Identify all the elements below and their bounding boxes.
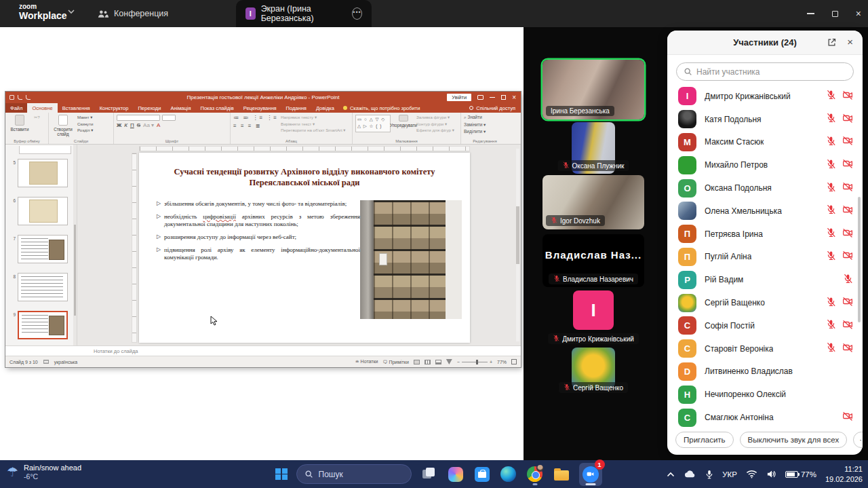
shapes-gallery[interactable]: ▭ ○ △ ▽ ◇△ ▷ ☆ ( ) — [355, 115, 391, 132]
participant-row[interactable]: OОксана Подольня — [667, 176, 863, 200]
ppt-tab-5[interactable]: Переходи — [133, 103, 165, 113]
participant-row[interactable]: Олена Хмельницька — [667, 200, 863, 223]
ppt-tab-8[interactable]: Рецензування — [239, 103, 281, 113]
bold-button[interactable]: Ж — [117, 122, 121, 128]
language-label[interactable]: українська — [54, 360, 77, 364]
participant-row[interactable]: CСтаровіт Вероніка — [667, 337, 863, 360]
mute-all-button[interactable]: Выключить звук для всех — [740, 432, 848, 448]
participant-row[interactable]: Катя Подольня — [667, 108, 863, 131]
participant-row[interactable]: ППуглій Аліна — [667, 246, 863, 269]
layout-button[interactable]: Макет ▾ — [77, 115, 93, 119]
more-options-button[interactable]: ··· — [853, 432, 863, 448]
participant-search-input[interactable] — [696, 67, 846, 77]
reading-view-icon[interactable] — [435, 360, 441, 364]
participants-scrollbar[interactable] — [858, 197, 861, 322]
tab-screen-share[interactable]: I Экран (Ірина Березанська) ••• — [236, 0, 372, 27]
tab-more-icon[interactable]: ••• — [352, 7, 362, 20]
underline-button[interactable]: П — [130, 122, 134, 128]
ppt-tab-6[interactable]: Анімація — [165, 103, 195, 113]
edge-icon[interactable] — [500, 466, 517, 483]
shape-effects-button[interactable]: Ефекти для фігур ▾ — [416, 128, 454, 132]
chrome-icon[interactable] — [526, 466, 544, 483]
ppt-tab-9[interactable]: Подання — [281, 103, 311, 113]
wifi-icon[interactable] — [746, 470, 757, 478]
participant-row[interactable]: IДмитро Крижанівський — [667, 85, 863, 108]
participant-row[interactable]: CСмаглюк Антоніна — [667, 406, 863, 429]
participant-search[interactable] — [676, 62, 854, 81]
zoom-app-icon[interactable]: 1 — [579, 463, 602, 486]
ppt-share-button[interactable]: Спільний доступ — [469, 103, 521, 113]
new-slide-button[interactable]: Створити слайд — [52, 115, 75, 137]
taskbar-search[interactable]: Пошук — [296, 464, 412, 484]
participant-row[interactable]: DЛитвиненко Владислав — [667, 360, 863, 383]
font-size-box[interactable] — [162, 115, 176, 121]
italic-button[interactable]: К — [124, 122, 127, 128]
normal-view-icon[interactable] — [414, 360, 420, 364]
slide-sorter-view-icon[interactable] — [425, 360, 431, 364]
align-buttons[interactable]: ≡ ≡ ≡ ≣ — [233, 123, 278, 129]
zoom-level[interactable]: 77% — [497, 360, 507, 364]
text-direction-button[interactable]: Напрямок тексту ▾ — [281, 115, 345, 119]
tell-me-box[interactable]: Скажіть, що потрібно зробити — [343, 103, 420, 113]
slide-thumbnail-partial[interactable] — [19, 146, 71, 154]
copilot-icon[interactable] — [447, 466, 465, 483]
fit-to-window-icon[interactable] — [511, 359, 517, 364]
ppt-tab-4[interactable]: Конструктор — [95, 103, 134, 113]
slide-scrollbar[interactable] — [516, 149, 519, 341]
slide-canvas[interactable]: Сучасні тенденції розвитку Архівного від… — [139, 153, 470, 343]
select-button[interactable]: Виділити ▾ — [464, 129, 486, 134]
participant-row[interactable]: Михайло Петров — [667, 153, 863, 176]
weather-widget[interactable]: ☂ Rain/snow ahead -6°C — [7, 464, 81, 481]
section-button[interactable]: Розділ ▾ — [77, 128, 93, 132]
font-color-button[interactable]: А — [157, 122, 160, 128]
close-panel-icon[interactable]: × — [847, 36, 853, 48]
popout-icon[interactable] — [827, 37, 837, 48]
notes-toggle[interactable]: ≐ Нотатки — [355, 359, 378, 364]
notes-area[interactable]: Нотатки до слайда — [5, 345, 521, 356]
video-tile-v4[interactable]: Владислав Наз...Владислав Назаревич — [542, 234, 644, 287]
language-indicator[interactable]: УКР — [722, 470, 737, 478]
shape-outline-button[interactable]: Контур фігури ▾ — [416, 121, 454, 126]
participant-row[interactable]: ППетряєва Ірина — [667, 223, 863, 246]
volume-icon[interactable] — [766, 470, 776, 478]
participant-row[interactable]: PРій Вадим — [667, 268, 863, 291]
tray-chevron-icon[interactable] — [667, 472, 675, 477]
battery-indicator[interactable]: 77% — [785, 470, 816, 478]
slide-thumbnail-9[interactable] — [18, 311, 68, 339]
font-name-box[interactable] — [117, 115, 160, 121]
ppt-tab-3[interactable]: Вставлення — [58, 103, 95, 113]
video-tile-v6[interactable]: Сергій Ващенко — [572, 348, 615, 388]
microphone-icon[interactable] — [705, 469, 713, 480]
video-tile-v5[interactable]: IДмитро Крижанівський — [573, 290, 614, 330]
slideshow-view-icon[interactable] — [446, 359, 452, 364]
minimize-icon[interactable] — [807, 13, 814, 14]
reset-button[interactable]: Скинути — [77, 121, 93, 126]
tab-meeting[interactable]: Конференция — [88, 0, 178, 27]
strikethrough-button[interactable]: S — [137, 122, 140, 128]
file-explorer-icon[interactable] — [553, 466, 570, 483]
participant-row[interactable]: MМаксим Стасюк — [667, 131, 863, 154]
start-button[interactable] — [275, 468, 288, 481]
align-text-button[interactable]: Вирівняти текст ▾ — [281, 121, 345, 126]
close-icon[interactable]: × — [856, 9, 861, 18]
ppt-tab-2[interactable]: Основне — [27, 103, 57, 113]
invite-button[interactable]: Пригласить — [675, 432, 734, 448]
replace-button[interactable]: Замінити ▾ — [464, 122, 486, 128]
participant-row[interactable]: Сергій Ващенко — [667, 291, 863, 314]
ppt-tab-10[interactable]: Довідка — [311, 103, 339, 113]
chevron-down-icon[interactable] — [68, 10, 75, 14]
list-buttons[interactable]: ≔ ≕ ⋮≡ ⋮≡ — [233, 115, 278, 121]
slide-thumbnail-6[interactable] — [18, 197, 68, 225]
comments-toggle[interactable]: 🗨 Примітки — [382, 360, 408, 364]
smartart-button[interactable]: Перетворити на об'єкт SmartArt ▾ — [281, 128, 345, 132]
find-button[interactable]: ⌕ Знайти — [464, 115, 486, 120]
ppt-tab-7[interactable]: Показ слайдів — [196, 103, 239, 113]
participant-row[interactable]: CСофія Постій — [667, 314, 863, 337]
maximize-icon[interactable] — [832, 11, 838, 17]
slide-thumbnail-7[interactable] — [18, 235, 68, 263]
slide-thumbnail-5[interactable] — [18, 159, 68, 187]
onedrive-icon[interactable] — [684, 470, 696, 478]
ppt-tab-1[interactable]: Файл — [5, 103, 27, 113]
arrange-button[interactable]: Упорядкувати — [393, 115, 414, 137]
slide-thumbnail-8[interactable] — [18, 273, 68, 301]
